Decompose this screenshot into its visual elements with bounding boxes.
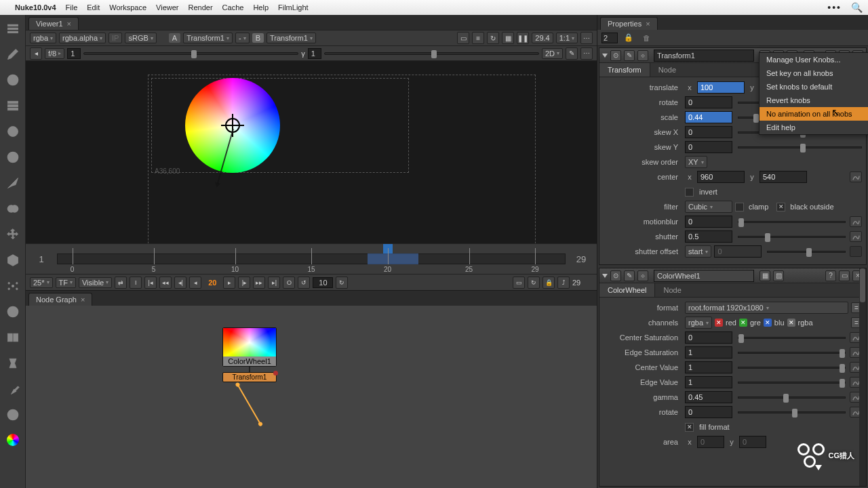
red-toggle[interactable]: ✕ xyxy=(715,319,723,327)
translate-x-input[interactable] xyxy=(697,81,745,94)
step-size[interactable]: 10 xyxy=(313,277,333,288)
invert-checkbox[interactable] xyxy=(685,188,694,197)
zoom-select[interactable]: 1:1▾ xyxy=(556,33,578,43)
step-fwd-icon[interactable]: |▸ xyxy=(238,277,250,289)
center-sat-slider[interactable] xyxy=(738,337,846,339)
export-icon[interactable]: ⤴ xyxy=(557,277,570,289)
node-graph[interactable]: ColorWheel1 Transform1 xyxy=(26,306,597,488)
cw-rotate-slider[interactable] xyxy=(738,411,846,413)
shutter-anim-icon[interactable] xyxy=(850,231,862,242)
lut-select[interactable]: sRGB▾ xyxy=(125,33,156,43)
step-back-icon[interactable]: ◂| xyxy=(174,277,186,289)
float-icon[interactable]: ▭ xyxy=(839,270,850,281)
inout-icon[interactable]: ⇄ xyxy=(115,277,127,289)
shutter-offset-anim-icon[interactable] xyxy=(850,246,862,257)
current-frame[interactable]: 20 xyxy=(204,279,220,287)
center-x-input[interactable] xyxy=(697,171,745,183)
transform-icon[interactable] xyxy=(6,228,20,241)
alpha-select[interactable]: rgba.alpha▾ xyxy=(59,33,106,43)
motionblur-anim-icon[interactable] xyxy=(850,216,862,227)
prev-icon[interactable]: ◂ xyxy=(30,47,42,60)
menu-render[interactable]: Render xyxy=(189,3,213,12)
close-icon[interactable]: × xyxy=(646,20,650,28)
deep-icon[interactable]: D xyxy=(6,305,20,319)
tf-select[interactable]: TF▾ xyxy=(56,277,76,288)
node-icon[interactable]: ⟐ xyxy=(637,50,648,61)
lines-icon[interactable]: ≡ xyxy=(472,32,484,44)
node-graph-tab[interactable]: Node Graph × xyxy=(28,293,92,306)
motionblur-input[interactable] xyxy=(685,216,732,228)
a-input-select[interactable]: -▾ xyxy=(235,33,250,43)
help-icon[interactable]: ? xyxy=(825,270,836,281)
blue-toggle[interactable]: ✕ xyxy=(764,319,772,327)
b-node-select[interactable]: Transform1▾ xyxy=(267,33,316,43)
out-point-icon[interactable]: O xyxy=(283,277,295,289)
center-sat-input[interactable] xyxy=(685,331,732,344)
scale-input[interactable] xyxy=(685,111,732,123)
edge-sat-slider[interactable] xyxy=(738,352,846,354)
collapse-icon[interactable] xyxy=(602,274,608,278)
close-icon[interactable]: × xyxy=(67,20,71,28)
shutter-input[interactable] xyxy=(685,230,732,243)
collapse-icon[interactable] xyxy=(602,54,608,58)
color-icon[interactable] xyxy=(6,125,20,138)
shutter-offset-input[interactable] xyxy=(714,245,762,258)
tab-transform[interactable]: Transform xyxy=(599,63,650,77)
node-transform[interactable]: Transform1 xyxy=(222,372,277,382)
go-end-icon[interactable]: ▸| xyxy=(268,277,280,289)
filter-select[interactable]: Cubic▾ xyxy=(685,201,732,213)
settings-icon[interactable] xyxy=(6,22,20,35)
skew-order-select[interactable]: XY▾ xyxy=(685,156,707,168)
tab-node[interactable]: Node xyxy=(650,63,684,77)
visible-select[interactable]: Visible▾ xyxy=(79,277,112,288)
playback-rate[interactable]: 25*▾ xyxy=(30,277,53,288)
fstop-select[interactable]: f/8▸ xyxy=(45,48,64,59)
overflow-icon[interactable]: ••• xyxy=(827,2,842,13)
menu-workspace[interactable]: Workspace xyxy=(109,3,146,12)
fps-display[interactable]: 29.4 xyxy=(532,33,553,43)
cw-gamma-input[interactable] xyxy=(685,391,732,403)
gamma-input[interactable]: 1 xyxy=(308,48,321,59)
skewy-slider[interactable] xyxy=(738,146,862,148)
loop-mode-icon[interactable]: ↻ xyxy=(528,277,540,289)
cw-gamma-slider[interactable] xyxy=(738,396,846,399)
spotlight-icon[interactable]: 🔍 xyxy=(851,2,863,13)
center-anim-icon[interactable] xyxy=(850,171,862,182)
prev-key-icon[interactable]: ◂◂ xyxy=(159,277,172,289)
wand-icon[interactable]: ✎ xyxy=(624,50,635,61)
a-node-select[interactable]: Transform1▾ xyxy=(183,33,233,43)
menu-viewer[interactable]: Viewer xyxy=(156,3,178,12)
tab-colorwheel[interactable]: ColorWheel xyxy=(599,283,655,297)
hide-input-icon[interactable]: ▦ xyxy=(760,270,770,281)
ip-toggle[interactable]: IP xyxy=(108,33,122,43)
menu-help[interactable]: Help xyxy=(253,3,269,12)
filter-icon[interactable] xyxy=(6,150,20,164)
menu-edit[interactable]: Edit xyxy=(87,3,100,12)
viewer-viewport[interactable]: HD_1080 A36,600 xyxy=(26,61,597,243)
wand-icon[interactable]: ✎ xyxy=(624,270,635,281)
max-panels-input[interactable] xyxy=(601,33,618,43)
gamma-slider[interactable] xyxy=(324,52,539,55)
center-y-input[interactable] xyxy=(760,171,807,183)
ctx-edit-help[interactable]: Edit help xyxy=(760,121,868,134)
draw-icon[interactable] xyxy=(6,47,20,61)
other-icon[interactable] xyxy=(6,408,20,422)
rotate-input[interactable] xyxy=(685,96,732,108)
area-y-input[interactable] xyxy=(739,436,766,448)
play-fwd-icon[interactable]: ▸ xyxy=(223,277,235,289)
3d-icon[interactable] xyxy=(6,253,20,267)
tab-node[interactable]: Node xyxy=(655,283,689,297)
a-buffer-label[interactable]: A xyxy=(169,33,180,43)
app-name[interactable]: Nuke10.0v4 xyxy=(15,3,56,12)
cw-rotate-input[interactable] xyxy=(685,406,732,418)
close-icon[interactable]: × xyxy=(81,296,85,304)
wand-icon[interactable]: ✎ xyxy=(566,47,578,60)
in-point-icon[interactable]: I xyxy=(130,277,142,289)
alpha-toggle[interactable]: ✕ xyxy=(787,319,795,327)
edge-val-slider[interactable] xyxy=(738,382,846,384)
fill-format-checkbox[interactable] xyxy=(685,423,694,432)
clear-icon[interactable]: 🗑 xyxy=(639,33,653,43)
loop-back-icon[interactable]: ↺ xyxy=(298,277,310,289)
refresh-icon[interactable]: ↻ xyxy=(487,32,499,44)
edge-sat-input[interactable] xyxy=(685,346,732,359)
